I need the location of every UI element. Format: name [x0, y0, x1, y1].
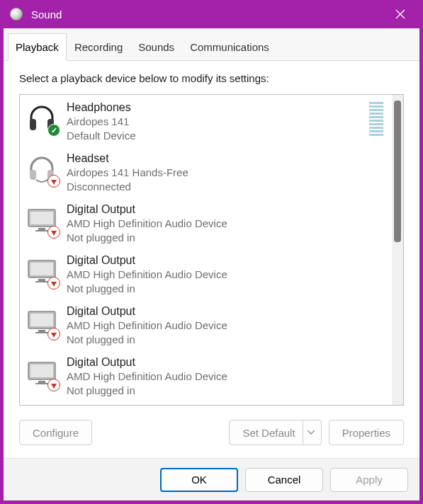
scrollbar[interactable]: [392, 95, 403, 405]
unplugged-badge-icon: [47, 328, 60, 340]
device-info: Digital OutputAMD High Definition Audio …: [67, 202, 383, 245]
svg-rect-21: [38, 381, 45, 383]
svg-rect-2: [30, 119, 36, 130]
svg-rect-12: [30, 263, 53, 275]
window-body: PlaybackRecordingSoundsCommunications Se…: [0, 28, 423, 504]
tab-label: Sounds: [138, 41, 174, 53]
close-icon: [395, 9, 405, 19]
monitor-icon: [26, 306, 58, 338]
unplugged-badge-icon: [47, 175, 60, 188]
titlebar: Sound: [0, 0, 423, 28]
device-description: Airdopes 141 Hands-Free: [67, 166, 383, 180]
monitor-icon: [26, 357, 58, 389]
headset-icon: [26, 153, 58, 185]
apply-label: Apply: [356, 474, 383, 486]
device-description: AMD High Definition Audio Device: [67, 319, 383, 333]
device-info: Digital OutputAMD High Definition Audio …: [67, 304, 383, 347]
device-description: Airdopes 141: [67, 115, 361, 129]
properties-label: Properties: [342, 427, 390, 439]
tab-recording[interactable]: Recording: [67, 33, 130, 61]
device-description: AMD High Definition Audio Device: [67, 268, 383, 282]
device-name: Headset: [67, 151, 383, 166]
device-row[interactable]: Digital OutputAMD High Definition Audio …: [20, 198, 392, 249]
svg-rect-20: [30, 365, 53, 377]
device-row[interactable]: Digital OutputAMD High Definition Audio …: [20, 351, 392, 402]
tab-label: Playback: [16, 41, 59, 53]
device-info: Digital OutputAMD High Definition Audio …: [67, 355, 383, 398]
device-status: Not plugged in: [67, 282, 383, 296]
monitor-icon: [26, 204, 58, 236]
set-default-button[interactable]: Set Default: [229, 420, 321, 445]
tab-content-playback: Select a playback device below to modify…: [4, 61, 419, 458]
headphones-icon: [26, 102, 58, 134]
apply-button[interactable]: Apply: [330, 468, 408, 492]
tab-communications[interactable]: Communications: [182, 33, 277, 61]
device-status: Not plugged in: [67, 231, 383, 245]
chevron-down-icon: [308, 430, 315, 435]
svg-rect-8: [30, 212, 53, 224]
tab-strip: PlaybackRecordingSoundsCommunications: [4, 28, 419, 61]
device-name: Digital Output: [67, 355, 383, 370]
svg-rect-10: [35, 230, 48, 231]
scrollbar-thumb[interactable]: [394, 101, 401, 242]
device-row[interactable]: HeadphonesAirdopes 141Default Device: [20, 96, 392, 147]
device-list-container: HeadphonesAirdopes 141Default Device Hea…: [19, 94, 404, 406]
device-status: Not plugged in: [67, 384, 383, 398]
svg-rect-4: [30, 170, 36, 180]
device-name: Headphones: [67, 101, 361, 115]
svg-rect-14: [35, 281, 48, 282]
device-description: AMD High Definition Audio Device: [67, 370, 383, 384]
ok-label: OK: [191, 474, 207, 486]
svg-rect-13: [38, 279, 45, 281]
dialog-footer: OK Cancel Apply: [4, 458, 419, 500]
tab-label: Recording: [74, 41, 123, 53]
cancel-label: Cancel: [268, 474, 301, 486]
device-row[interactable]: HeadsetAirdopes 141 Hands-FreeDisconnect…: [20, 147, 392, 198]
svg-rect-17: [38, 330, 45, 332]
device-status: Disconnected: [67, 180, 383, 194]
svg-rect-16: [30, 314, 53, 326]
tab-playback[interactable]: Playback: [8, 33, 67, 61]
ok-button[interactable]: OK: [160, 468, 238, 492]
device-name: Digital Output: [67, 304, 383, 319]
device-button-row: Configure Set Default Properties: [19, 420, 404, 445]
level-meter-icon: [369, 102, 383, 136]
set-default-label: Set Default: [242, 427, 295, 439]
unplugged-badge-icon: [47, 226, 60, 239]
unplugged-badge-icon: [47, 379, 60, 391]
svg-rect-22: [35, 383, 48, 384]
device-name: Digital Output: [67, 253, 383, 268]
window-title: Sound: [31, 8, 386, 21]
cancel-button[interactable]: Cancel: [245, 468, 323, 492]
device-description: AMD High Definition Audio Device: [67, 217, 383, 231]
sound-icon: [10, 8, 23, 21]
device-info: HeadphonesAirdopes 141Default Device: [67, 101, 361, 143]
device-status: Default Device: [67, 129, 361, 143]
device-info: HeadsetAirdopes 141 Hands-FreeDisconnect…: [67, 151, 383, 194]
device-list[interactable]: HeadphonesAirdopes 141Default Device Hea…: [20, 95, 392, 405]
svg-rect-18: [35, 332, 48, 333]
close-button[interactable]: [386, 0, 414, 28]
svg-rect-9: [38, 228, 45, 230]
configure-button[interactable]: Configure: [19, 420, 92, 445]
device-row[interactable]: Digital OutputAMD High Definition Audio …: [20, 300, 392, 351]
device-info: Digital OutputAMD High Definition Audio …: [67, 253, 383, 296]
set-default-dropdown[interactable]: [303, 420, 320, 445]
instruction-text: Select a playback device below to modify…: [19, 72, 404, 84]
device-row[interactable]: Digital OutputAMD High Definition Audio …: [20, 249, 392, 300]
tab-sounds[interactable]: Sounds: [130, 33, 182, 61]
configure-label: Configure: [33, 427, 79, 439]
default-badge-icon: [47, 124, 60, 137]
tab-label: Communications: [190, 41, 269, 53]
device-name: Digital Output: [67, 202, 383, 217]
unplugged-badge-icon: [47, 277, 60, 290]
monitor-icon: [26, 255, 58, 287]
properties-button[interactable]: Properties: [329, 420, 404, 445]
device-status: Not plugged in: [67, 333, 383, 347]
